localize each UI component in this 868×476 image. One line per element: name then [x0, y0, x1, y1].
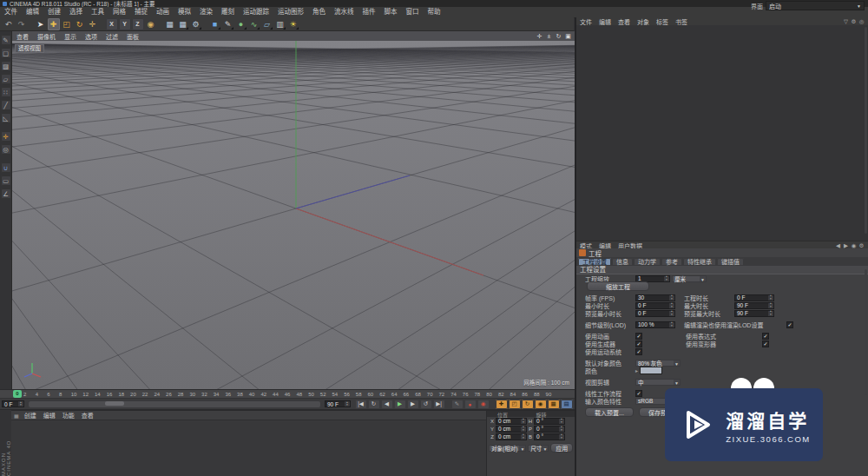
rotation-b-field[interactable]: 0 °▴▾ — [534, 433, 565, 440]
menu-item-8[interactable]: 模拟 — [174, 7, 195, 17]
color-swatch[interactable] — [640, 367, 662, 374]
object-manager-menu-5[interactable]: 书签 — [672, 17, 691, 26]
menu-item-5[interactable]: 网格 — [108, 7, 130, 17]
tab-特性继承[interactable]: 特性继承 — [683, 258, 716, 266]
menu-item-7[interactable]: 动画 — [152, 7, 174, 17]
fps-field[interactable]: 30▴▾ — [635, 294, 675, 301]
render-lod-checkbox[interactable]: ✓ — [786, 321, 793, 328]
goto-end-button[interactable]: ▶| — [433, 400, 445, 409]
menu-item-11[interactable]: 运动跟踪 — [239, 7, 273, 17]
undo-button[interactable]: ↶ — [3, 18, 15, 30]
object-manager-tree[interactable] — [576, 25, 868, 241]
viewport-menu-1[interactable]: 摄像机 — [33, 32, 60, 41]
tab-键插值[interactable]: 键插值 — [717, 258, 744, 266]
lock-y-axis-button[interactable]: Y — [119, 18, 131, 30]
record-position-toggle[interactable]: ✚ — [496, 400, 508, 409]
menu-item-18[interactable]: 帮助 — [424, 7, 445, 17]
coordinate-size-select[interactable]: 尺寸▼ — [528, 445, 549, 452]
timeline-ruler[interactable]: 0246810121416182022242628303234363840424… — [0, 389, 575, 399]
enable-snap-button[interactable]: ∪ — [1, 162, 11, 173]
add-camera-button[interactable]: ▥ — [274, 18, 286, 30]
end-frame-field[interactable]: 90 F▴▾ — [325, 400, 351, 407]
material-manager-menu-2[interactable]: 功能 — [59, 411, 78, 420]
scale-project-button[interactable]: 缩放工程 — [587, 281, 649, 291]
rotate-view-button[interactable]: ↻ — [554, 32, 563, 40]
current-frame-field[interactable]: 0 F▴▾ — [2, 400, 24, 407]
tab-信息[interactable]: 信息 — [612, 258, 633, 266]
view-label[interactable]: 透视视图 — [15, 44, 44, 53]
object-manager-menu-2[interactable]: 查看 — [615, 17, 634, 26]
scrollbar[interactable] — [865, 269, 867, 395]
render-settings-button[interactable]: ⚙ — [190, 18, 202, 30]
add-generator-button[interactable]: ● — [235, 18, 247, 30]
play-button[interactable]: ▶ — [394, 400, 406, 409]
default-object-color-select[interactable]: 80% 灰色▼ — [635, 360, 681, 367]
zoom-view-button[interactable]: ± — [544, 32, 554, 40]
live-selection-tool[interactable]: ➤ — [35, 18, 47, 30]
titlebar[interactable]: CINEMA 4D R18.011 Studio (RC - R18) - [未… — [0, 0, 868, 7]
menu-item-9[interactable]: 渲染 — [195, 7, 217, 17]
lock-z-axis-button[interactable]: Z — [132, 18, 144, 30]
viewport-solo-button[interactable]: ◎ — [1, 144, 11, 155]
search-icon[interactable]: ◎ — [858, 18, 865, 25]
viewport-menu-4[interactable]: 过滤 — [102, 32, 122, 41]
add-scene-object-button[interactable]: ▱ — [261, 18, 273, 30]
playhead[interactable]: 0 — [13, 390, 22, 398]
add-light-button[interactable]: ☀ — [287, 18, 299, 30]
autokey-button[interactable]: ◉ — [477, 400, 490, 409]
viewport-menu-0[interactable]: 查看 — [12, 32, 33, 41]
model-mode-button[interactable]: ▢ — [1, 48, 11, 58]
load-preset-button[interactable]: 载入预置... — [585, 407, 634, 417]
position-y-field[interactable]: 0 cm▴▾ — [496, 426, 527, 433]
record-pla-toggle[interactable]: ▦ — [548, 400, 560, 409]
layout-select[interactable]: 启动▼ — [766, 1, 865, 10]
lod-field[interactable]: 100 %▴▾ — [635, 321, 675, 328]
expand-icon[interactable]: ▸ — [635, 367, 638, 374]
project-scale-unit-select[interactable]: 厘米▼ — [672, 275, 707, 282]
max-time-field[interactable]: 90 F▴▾ — [734, 302, 774, 309]
pan-view-button[interactable]: ✛ — [535, 32, 544, 40]
menu-item-0[interactable]: 文件 — [0, 7, 22, 17]
points-mode-button[interactable]: ∷ — [1, 87, 11, 97]
polygons-mode-button[interactable]: ◺ — [1, 113, 11, 123]
use-expressions-checkbox[interactable]: ✓ — [762, 333, 769, 340]
coordinate-mode-select[interactable]: 对象(相对)▼ — [489, 445, 526, 452]
record-scale-toggle[interactable]: ◰ — [509, 400, 521, 409]
preview-max-time-field[interactable]: 90 F▴▾ — [734, 310, 774, 317]
menu-item-17[interactable]: 窗口 — [402, 7, 424, 17]
last-used-tool[interactable]: ✛ — [87, 18, 99, 30]
menu-item-4[interactable]: 工具 — [87, 7, 108, 17]
filter-icon[interactable]: ▽ — [842, 18, 850, 25]
viewport-menu-3[interactable]: 选项 — [81, 32, 102, 41]
quantize-button[interactable]: ∠ — [1, 188, 11, 199]
menu-item-12[interactable]: 运动图形 — [273, 7, 308, 17]
menu-item-2[interactable]: 创建 — [43, 7, 65, 17]
viewport-menu-2[interactable]: 显示 — [60, 32, 81, 41]
record-parameter-toggle[interactable]: ◉ — [535, 400, 547, 409]
use-deformers-checkbox[interactable]: ✓ — [762, 340, 769, 347]
material-manager-menu-0[interactable]: 创建 — [21, 411, 40, 420]
position-x-field[interactable]: 0 cm▴▾ — [496, 418, 527, 425]
menu-item-15[interactable]: 插件 — [358, 7, 380, 17]
menu-item-6[interactable]: 捕捉 — [130, 7, 152, 17]
tab-动力学[interactable]: 动力学 — [634, 258, 661, 266]
redo-button[interactable]: ↷ — [16, 18, 28, 30]
make-editable-button[interactable]: ✎ — [1, 35, 11, 45]
texture-mode-button[interactable]: ▨ — [1, 61, 11, 71]
add-deformer-button[interactable]: ∿ — [248, 18, 260, 30]
goto-start-button[interactable]: |◀ — [355, 400, 367, 409]
viewport-menu-5[interactable]: 面板 — [122, 32, 143, 41]
timeline-slider-thumb[interactable] — [105, 401, 124, 406]
rotate-tool[interactable]: ↻ — [74, 18, 86, 30]
use-animation-checkbox[interactable]: ✓ — [635, 333, 642, 340]
menu-item-3[interactable]: 选择 — [65, 7, 87, 17]
rotation-p-field[interactable]: 0 °▴▾ — [534, 426, 565, 433]
project-time-field[interactable]: 0 F▴▾ — [734, 294, 774, 301]
scale-tool[interactable]: ◰ — [61, 18, 73, 30]
material-manager-menu-3[interactable]: 查看 — [78, 411, 97, 420]
render-picture-viewer-button[interactable]: ▦ — [177, 18, 189, 30]
gear-icon[interactable]: ⚙ — [850, 18, 858, 25]
apply-button[interactable]: 应用 — [550, 443, 573, 453]
use-generators-checkbox[interactable]: ✓ — [635, 340, 642, 347]
menu-item-10[interactable]: 雕刻 — [217, 7, 239, 17]
